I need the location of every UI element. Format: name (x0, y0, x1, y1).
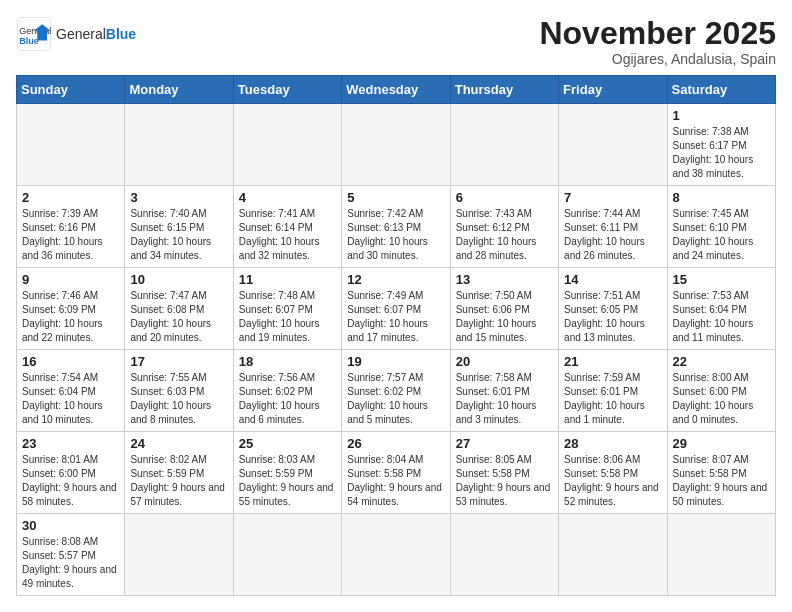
day-info: Sunrise: 7:43 AM Sunset: 6:12 PM Dayligh… (456, 207, 553, 263)
header-friday: Friday (559, 76, 667, 104)
day-number: 29 (673, 436, 770, 451)
calendar-cell (559, 514, 667, 596)
logo: General Blue GeneralBlue (16, 16, 136, 52)
day-info: Sunrise: 7:54 AM Sunset: 6:04 PM Dayligh… (22, 371, 119, 427)
calendar-cell: 23Sunrise: 8:01 AM Sunset: 6:00 PM Dayli… (17, 432, 125, 514)
day-number: 13 (456, 272, 553, 287)
calendar-cell: 29Sunrise: 8:07 AM Sunset: 5:58 PM Dayli… (667, 432, 775, 514)
calendar-cell (342, 514, 450, 596)
day-number: 4 (239, 190, 336, 205)
month-title: November 2025 (539, 16, 776, 51)
calendar-cell: 21Sunrise: 7:59 AM Sunset: 6:01 PM Dayli… (559, 350, 667, 432)
day-number: 3 (130, 190, 227, 205)
day-info: Sunrise: 7:44 AM Sunset: 6:11 PM Dayligh… (564, 207, 661, 263)
calendar-cell: 11Sunrise: 7:48 AM Sunset: 6:07 PM Dayli… (233, 268, 341, 350)
calendar-cell: 6Sunrise: 7:43 AM Sunset: 6:12 PM Daylig… (450, 186, 558, 268)
calendar-row-2: 2Sunrise: 7:39 AM Sunset: 6:16 PM Daylig… (17, 186, 776, 268)
calendar-cell: 8Sunrise: 7:45 AM Sunset: 6:10 PM Daylig… (667, 186, 775, 268)
day-info: Sunrise: 8:05 AM Sunset: 5:58 PM Dayligh… (456, 453, 553, 509)
calendar-cell (342, 104, 450, 186)
day-number: 19 (347, 354, 444, 369)
day-number: 16 (22, 354, 119, 369)
day-number: 28 (564, 436, 661, 451)
day-info: Sunrise: 7:42 AM Sunset: 6:13 PM Dayligh… (347, 207, 444, 263)
calendar-cell: 5Sunrise: 7:42 AM Sunset: 6:13 PM Daylig… (342, 186, 450, 268)
day-info: Sunrise: 7:49 AM Sunset: 6:07 PM Dayligh… (347, 289, 444, 345)
calendar-cell: 12Sunrise: 7:49 AM Sunset: 6:07 PM Dayli… (342, 268, 450, 350)
day-number: 26 (347, 436, 444, 451)
calendar-cell: 28Sunrise: 8:06 AM Sunset: 5:58 PM Dayli… (559, 432, 667, 514)
calendar-table: Sunday Monday Tuesday Wednesday Thursday… (16, 75, 776, 596)
calendar-row-1: 1Sunrise: 7:38 AM Sunset: 6:17 PM Daylig… (17, 104, 776, 186)
day-number: 30 (22, 518, 119, 533)
day-info: Sunrise: 8:07 AM Sunset: 5:58 PM Dayligh… (673, 453, 770, 509)
header-tuesday: Tuesday (233, 76, 341, 104)
calendar-row-3: 9Sunrise: 7:46 AM Sunset: 6:09 PM Daylig… (17, 268, 776, 350)
day-info: Sunrise: 7:48 AM Sunset: 6:07 PM Dayligh… (239, 289, 336, 345)
day-info: Sunrise: 8:01 AM Sunset: 6:00 PM Dayligh… (22, 453, 119, 509)
calendar-cell (233, 104, 341, 186)
generalblue-logo-icon: General Blue (16, 16, 52, 52)
day-number: 2 (22, 190, 119, 205)
day-number: 25 (239, 436, 336, 451)
day-number: 6 (456, 190, 553, 205)
day-info: Sunrise: 8:04 AM Sunset: 5:58 PM Dayligh… (347, 453, 444, 509)
calendar-cell (17, 104, 125, 186)
day-info: Sunrise: 7:56 AM Sunset: 6:02 PM Dayligh… (239, 371, 336, 427)
calendar-cell: 9Sunrise: 7:46 AM Sunset: 6:09 PM Daylig… (17, 268, 125, 350)
calendar-cell: 2Sunrise: 7:39 AM Sunset: 6:16 PM Daylig… (17, 186, 125, 268)
day-number: 14 (564, 272, 661, 287)
day-info: Sunrise: 7:46 AM Sunset: 6:09 PM Dayligh… (22, 289, 119, 345)
calendar-row-5: 23Sunrise: 8:01 AM Sunset: 6:00 PM Dayli… (17, 432, 776, 514)
calendar-cell (667, 514, 775, 596)
day-info: Sunrise: 8:06 AM Sunset: 5:58 PM Dayligh… (564, 453, 661, 509)
header-saturday: Saturday (667, 76, 775, 104)
day-info: Sunrise: 7:47 AM Sunset: 6:08 PM Dayligh… (130, 289, 227, 345)
day-number: 15 (673, 272, 770, 287)
calendar-row-6: 30Sunrise: 8:08 AM Sunset: 5:57 PM Dayli… (17, 514, 776, 596)
calendar-cell: 24Sunrise: 8:02 AM Sunset: 5:59 PM Dayli… (125, 432, 233, 514)
calendar-cell: 10Sunrise: 7:47 AM Sunset: 6:08 PM Dayli… (125, 268, 233, 350)
day-number: 11 (239, 272, 336, 287)
day-number: 20 (456, 354, 553, 369)
day-number: 18 (239, 354, 336, 369)
header-monday: Monday (125, 76, 233, 104)
logo-wordmark: GeneralBlue (56, 26, 136, 42)
day-info: Sunrise: 7:51 AM Sunset: 6:05 PM Dayligh… (564, 289, 661, 345)
day-info: Sunrise: 7:57 AM Sunset: 6:02 PM Dayligh… (347, 371, 444, 427)
calendar-cell: 3Sunrise: 7:40 AM Sunset: 6:15 PM Daylig… (125, 186, 233, 268)
calendar-cell: 15Sunrise: 7:53 AM Sunset: 6:04 PM Dayli… (667, 268, 775, 350)
location-subtitle: Ogijares, Andalusia, Spain (539, 51, 776, 67)
day-info: Sunrise: 7:58 AM Sunset: 6:01 PM Dayligh… (456, 371, 553, 427)
day-number: 12 (347, 272, 444, 287)
calendar-cell: 14Sunrise: 7:51 AM Sunset: 6:05 PM Dayli… (559, 268, 667, 350)
calendar-cell (450, 104, 558, 186)
day-info: Sunrise: 8:03 AM Sunset: 5:59 PM Dayligh… (239, 453, 336, 509)
day-info: Sunrise: 7:53 AM Sunset: 6:04 PM Dayligh… (673, 289, 770, 345)
day-number: 8 (673, 190, 770, 205)
day-info: Sunrise: 7:55 AM Sunset: 6:03 PM Dayligh… (130, 371, 227, 427)
day-number: 17 (130, 354, 227, 369)
weekday-header-row: Sunday Monday Tuesday Wednesday Thursday… (17, 76, 776, 104)
header-wednesday: Wednesday (342, 76, 450, 104)
header-sunday: Sunday (17, 76, 125, 104)
day-number: 23 (22, 436, 119, 451)
day-info: Sunrise: 8:02 AM Sunset: 5:59 PM Dayligh… (130, 453, 227, 509)
day-info: Sunrise: 7:41 AM Sunset: 6:14 PM Dayligh… (239, 207, 336, 263)
calendar-cell: 4Sunrise: 7:41 AM Sunset: 6:14 PM Daylig… (233, 186, 341, 268)
calendar-cell: 13Sunrise: 7:50 AM Sunset: 6:06 PM Dayli… (450, 268, 558, 350)
day-info: Sunrise: 7:39 AM Sunset: 6:16 PM Dayligh… (22, 207, 119, 263)
day-number: 9 (22, 272, 119, 287)
calendar-cell (125, 514, 233, 596)
calendar-cell (559, 104, 667, 186)
calendar-cell: 7Sunrise: 7:44 AM Sunset: 6:11 PM Daylig… (559, 186, 667, 268)
header-thursday: Thursday (450, 76, 558, 104)
day-number: 1 (673, 108, 770, 123)
day-number: 24 (130, 436, 227, 451)
day-info: Sunrise: 8:08 AM Sunset: 5:57 PM Dayligh… (22, 535, 119, 591)
calendar-cell: 1Sunrise: 7:38 AM Sunset: 6:17 PM Daylig… (667, 104, 775, 186)
day-info: Sunrise: 8:00 AM Sunset: 6:00 PM Dayligh… (673, 371, 770, 427)
calendar-cell: 25Sunrise: 8:03 AM Sunset: 5:59 PM Dayli… (233, 432, 341, 514)
page-header: General Blue GeneralBlue November 2025 O… (16, 16, 776, 67)
calendar-cell: 27Sunrise: 8:05 AM Sunset: 5:58 PM Dayli… (450, 432, 558, 514)
